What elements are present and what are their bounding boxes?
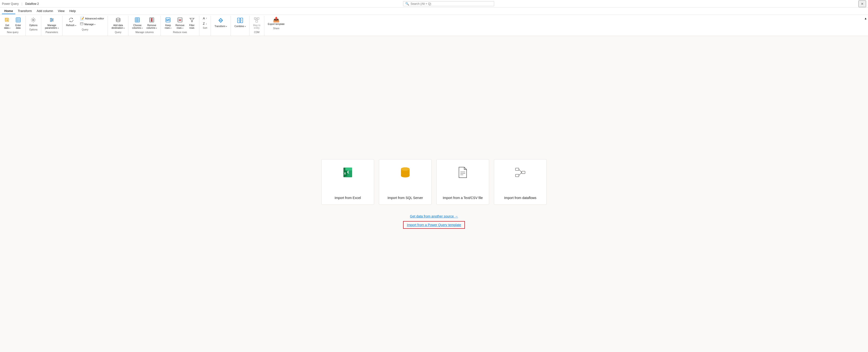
ribbon-section-parameters: Manageparameters ▾ Parameters (41, 16, 62, 36)
keep-rows-icon (165, 17, 171, 24)
ribbon-section-sort: A ↑ Z ↓ Sort (199, 16, 211, 36)
cdm-label: CDM (251, 30, 262, 34)
svg-line-68 (519, 172, 522, 176)
search-input[interactable] (410, 2, 492, 5)
options-icon (30, 17, 36, 24)
dataflow-icon (515, 167, 526, 180)
sql-icon (400, 167, 410, 180)
combine-button[interactable]: Combine ▾ (233, 16, 247, 29)
ribbon-collapse-button[interactable]: ▲ (863, 16, 868, 21)
keep-rows-button[interactable]: Keeprows ▾ (163, 16, 173, 30)
advanced-editor-icon: 📝 (80, 17, 84, 20)
svg-rect-65 (516, 174, 519, 177)
sort-asc-icon: A (203, 17, 205, 20)
ribbon-section-combine: Combine ▾ (231, 16, 249, 36)
combine-section-label (233, 29, 247, 30)
menu-item-help[interactable]: Help (67, 8, 78, 14)
svg-point-17 (116, 18, 120, 20)
file-icon (458, 167, 468, 180)
combine-icon (237, 17, 244, 25)
sort-asc-button[interactable]: A ↑ (201, 16, 209, 21)
excel-card-label: Import from Excel (335, 196, 361, 200)
chevron-up-icon: ▲ (864, 17, 867, 20)
filter-rows-button[interactable]: Filterrows (187, 16, 197, 30)
ribbon-section-reduce-rows: Keeprows ▾ (161, 16, 199, 36)
svg-point-12 (51, 18, 52, 19)
ribbon-section-transform: Transform ▾ (211, 16, 231, 36)
manage-button[interactable]: Manage ▾ (79, 21, 106, 27)
textcsv-card-label: Import from a Text/CSV file (443, 196, 483, 200)
refresh-button[interactable]: Refresh ▾ (64, 16, 78, 28)
transform-section-label (213, 29, 228, 30)
sort-desc-button[interactable]: Z ↓ (201, 21, 209, 26)
svg-rect-48 (256, 20, 258, 22)
dataflows-card-label: Import from dataflows (504, 196, 536, 200)
import-dataflows-card[interactable]: Import from dataflows (494, 159, 547, 205)
menu-item-transform[interactable]: Transform (16, 8, 34, 14)
import-sql-card[interactable]: Import from SQL Server (379, 159, 432, 205)
destination-label: Query (110, 30, 126, 34)
svg-rect-3 (16, 18, 20, 22)
svg-point-8 (33, 19, 34, 21)
export-template-button[interactable]: 📤 Export template (266, 16, 286, 27)
menu-item-add-column[interactable]: Add column (34, 8, 56, 14)
remove-columns-icon (149, 17, 155, 24)
import-excel-card[interactable]: X X Import from Excel (321, 159, 374, 205)
transform-icon (217, 17, 224, 25)
ribbon: Getdata ▾ (0, 15, 868, 36)
sort-label: Sort (201, 26, 209, 30)
manage-parameters-button[interactable]: Manageparameters ▾ (43, 16, 60, 30)
excel-icon: X X (342, 167, 353, 180)
filter-rows-icon (189, 17, 195, 24)
app-name: Power Query (2, 2, 19, 5)
import-textcsv-card[interactable]: Import from a Text/CSV file (436, 159, 489, 205)
get-data-button[interactable]: Getdata ▾ (2, 16, 12, 30)
reduce-rows-label: Reduce rows (163, 30, 197, 34)
search-bar[interactable]: 🔍 (403, 1, 494, 6)
svg-rect-66 (522, 171, 525, 174)
options-label: Options (28, 28, 39, 32)
ribbon-section-destination: Add datadestination ▾ Query (108, 16, 128, 36)
svg-line-67 (519, 169, 522, 172)
svg-point-60 (401, 167, 409, 171)
ribbon-section-cdm: CDM Map toentity CDM (249, 16, 264, 36)
advanced-editor-button[interactable]: 📝 Advanced editor (79, 16, 106, 21)
ribbon-section-options: Options Options (26, 16, 41, 36)
svg-text:X: X (344, 172, 346, 175)
share-label: Share (266, 27, 286, 30)
link-row: Get data from another source → Import fr… (403, 214, 465, 229)
menu-bar: Home Transform Add column View Help (0, 8, 868, 15)
transform-button[interactable]: Transform ▾ (213, 16, 228, 29)
ribbon-section-query: Refresh ▾ 📝 Advanced editor (63, 16, 108, 36)
remove-rows-button[interactable]: Removerows ▾ (174, 16, 186, 30)
add-data-destination-button[interactable]: Add datadestination ▾ (110, 16, 126, 30)
import-pq-template-link[interactable]: Import from a Power Query template (403, 221, 465, 229)
ribbon-section-new-query: Getdata ▾ (0, 16, 26, 36)
refresh-icon (68, 17, 74, 24)
map-to-entity-icon: CDM (254, 17, 259, 24)
remove-columns-button[interactable]: Removecolumns ▾ (145, 16, 159, 30)
map-to-entity-button[interactable]: CDM Map toentity (251, 16, 262, 30)
get-data-another-link[interactable]: Get data from another source → (410, 214, 458, 218)
parameters-label: Parameters (43, 30, 60, 34)
close-button[interactable]: ✕ (859, 0, 866, 7)
choose-columns-button[interactable]: Choosecolumns ▾ (130, 16, 144, 30)
new-query-label: New query (2, 30, 24, 34)
ribbon-section-manage-columns: Choosecolumns ▾ (128, 16, 161, 36)
main-content: X X Import from Excel Import from SQL Se… (0, 36, 868, 352)
options-button[interactable]: Options (28, 16, 39, 28)
svg-rect-35 (178, 18, 182, 22)
title-bar: Power Query | Dataflow 2 🔍 ✕ (0, 0, 868, 8)
menu-item-home[interactable]: Home (2, 8, 16, 14)
title-bar-left: Power Query | Dataflow 2 (2, 2, 39, 5)
search-icon: 🔍 (405, 2, 409, 5)
enter-data-button[interactable]: Enterdata (13, 16, 24, 30)
svg-point-14 (51, 21, 52, 22)
get-data-icon (4, 17, 10, 24)
ribbon-sections: Getdata ▾ (0, 16, 863, 36)
ribbon-section-share: 📤 Export template Share (264, 16, 288, 36)
remove-rows-icon (177, 17, 183, 24)
menu-item-view[interactable]: View (56, 8, 67, 14)
enter-data-icon (16, 17, 21, 24)
import-card-grid: X X Import from Excel Import from SQL Se… (321, 159, 547, 205)
